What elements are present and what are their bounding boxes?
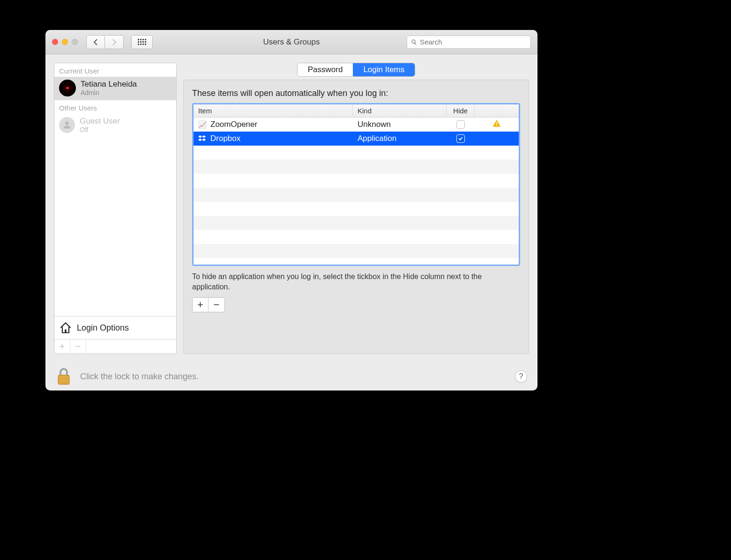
body: Current User Tetiana Leheida Admin Other…: [45, 54, 537, 362]
hide-checkbox[interactable]: [456, 134, 465, 143]
show-all-button[interactable]: [131, 35, 153, 49]
column-item[interactable]: Item: [194, 104, 353, 117]
table-row[interactable]: Dropbox Application: [194, 132, 519, 146]
guest-user-status: Off: [80, 126, 120, 133]
login-items-table: Item Kind Hide 📈 ZoomOpener Unknown: [192, 103, 520, 266]
item-kind: Application: [353, 134, 447, 143]
login-options-label: Login Options: [77, 323, 129, 333]
forward-button: [105, 35, 124, 49]
table-header: Item Kind Hide: [194, 104, 519, 118]
svg-rect-1: [496, 122, 497, 124]
titlebar: Users & Groups: [45, 30, 537, 54]
column-hide[interactable]: Hide: [447, 104, 475, 117]
table-row[interactable]: 📈 ZoomOpener Unknown: [194, 118, 519, 132]
remove-login-item-button[interactable]: −: [209, 298, 224, 312]
grid-icon: [138, 39, 146, 45]
back-button[interactable]: [86, 35, 105, 49]
tabs: Password Login Items: [183, 63, 529, 77]
item-kind: Unknown: [353, 120, 447, 129]
hint-text: To hide an application when you log in, …: [192, 272, 520, 292]
table-row: [194, 230, 519, 244]
lock-text: Click the lock to make changes.: [80, 372, 199, 382]
search-field[interactable]: [407, 36, 531, 49]
table-row: [194, 188, 519, 202]
users-sidebar: Current User Tetiana Leheida Admin Other…: [54, 63, 177, 354]
lock-icon[interactable]: [56, 368, 72, 385]
current-user-name: Tetiana Leheida: [81, 80, 137, 89]
svg-rect-3: [58, 375, 69, 384]
column-kind[interactable]: Kind: [353, 104, 447, 117]
add-remove-login-item: + −: [192, 297, 225, 312]
home-icon: [59, 321, 72, 334]
login-items-panel: These items will open automatically when…: [183, 80, 529, 354]
close-window-button[interactable]: [52, 39, 58, 45]
guest-user-row[interactable]: Guest User Off: [54, 114, 176, 137]
table-row: [194, 146, 519, 160]
main-column: Password Login Items These items will op…: [183, 63, 529, 354]
login-options-row[interactable]: Login Options: [54, 316, 176, 339]
zoom-window-button: [72, 39, 78, 45]
app-icon: 📈: [198, 120, 207, 129]
warning-icon: [492, 119, 501, 131]
panel-heading: These items will open automatically when…: [192, 88, 520, 98]
current-user-row[interactable]: Tetiana Leheida Admin: [54, 77, 176, 100]
tab-password[interactable]: Password: [298, 63, 353, 76]
remove-user-button: −: [70, 339, 86, 354]
column-extra: [475, 104, 519, 117]
table-row: [194, 202, 519, 216]
add-user-button: +: [54, 339, 70, 354]
sidebar-add-remove: + −: [54, 339, 176, 354]
table-row: [194, 244, 519, 258]
table-row: [194, 216, 519, 230]
table-row: [194, 174, 519, 188]
search-input[interactable]: [420, 38, 527, 46]
table-body: 📈 ZoomOpener Unknown: [194, 118, 519, 265]
section-current-user: Current User: [54, 63, 176, 77]
guest-user-name: Guest User: [80, 117, 120, 126]
item-name: Dropbox: [210, 134, 240, 143]
dropbox-icon: [198, 134, 207, 143]
svg-rect-0: [65, 330, 67, 333]
guest-avatar-icon: [59, 117, 75, 133]
avatar: [59, 80, 76, 96]
hide-checkbox[interactable]: [456, 120, 465, 129]
tab-login-items[interactable]: Login Items: [353, 63, 415, 76]
traffic-lights: [52, 39, 78, 45]
svg-rect-2: [496, 125, 497, 125]
preferences-window: Users & Groups Current User Tetiana Lehe…: [45, 30, 537, 391]
footer: Click the lock to make changes. ?: [45, 362, 537, 391]
section-other-users: Other Users: [54, 100, 176, 114]
minimize-window-button[interactable]: [62, 39, 68, 45]
current-user-role: Admin: [81, 89, 137, 96]
item-name: ZoomOpener: [210, 120, 257, 129]
add-login-item-button[interactable]: +: [193, 298, 209, 312]
help-button[interactable]: ?: [515, 370, 527, 383]
nav-buttons: [86, 35, 124, 49]
search-icon: [411, 39, 417, 45]
table-row: [194, 160, 519, 174]
